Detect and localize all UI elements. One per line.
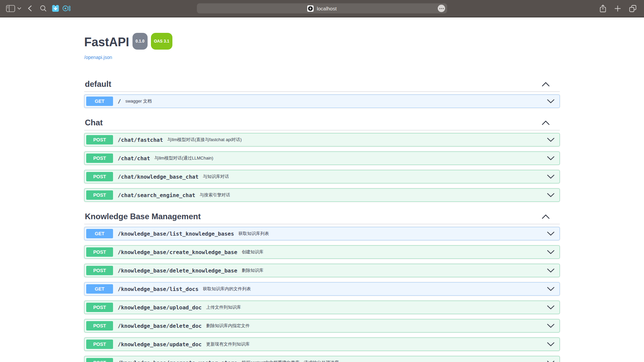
- chevron-down-icon[interactable]: [547, 232, 554, 236]
- operation-summary: 创建知识库: [241, 249, 263, 255]
- chevron-up-icon[interactable]: [542, 121, 550, 125]
- chevron-down-icon[interactable]: [547, 99, 554, 103]
- section-chat: Chat POST /chat/fastchat 与llm模型对话(直接与fas…: [84, 113, 560, 202]
- section-title: Chat: [85, 118, 103, 127]
- operation-summary: 删除知识库内指定文件: [206, 323, 250, 329]
- chevron-down-icon[interactable]: [547, 193, 554, 197]
- operation-path: /chat/knowledge_base_chat: [118, 174, 199, 180]
- section-knowledge-base: Knowledge Base Management GET /knowledge…: [84, 207, 560, 362]
- method-badge: GET: [86, 229, 113, 238]
- section-title: Knowledge Base Management: [85, 212, 201, 221]
- operation-row[interactable]: POST /knowledge_base/recreate_vector_sto…: [84, 356, 560, 362]
- openapi-json-link[interactable]: /openapi.json: [84, 55, 112, 60]
- method-badge: POST: [86, 321, 113, 330]
- chevron-down-icon[interactable]: [547, 361, 554, 362]
- chevron-down-icon[interactable]: [547, 305, 554, 309]
- operation-summary: 上传文件到知识库: [206, 304, 241, 310]
- operation-summary: 与搜索引擎对话: [200, 192, 230, 198]
- chevron-down-icon[interactable]: [547, 287, 554, 291]
- tab-overview-icon[interactable]: [629, 5, 637, 12]
- operation-summary: 与llm模型对话(通过LLMChain): [154, 155, 213, 161]
- operation-path: /knowledge_base/list_docs: [118, 286, 199, 292]
- share-icon[interactable]: [599, 4, 606, 13]
- method-badge: POST: [86, 303, 113, 312]
- chevron-down-icon[interactable]: [547, 342, 554, 346]
- operation-row[interactable]: POST /knowledge_base/upload_doc 上传文件到知识库: [84, 301, 560, 314]
- operation-row[interactable]: POST /knowledge_base/create_knowledge_ba…: [84, 245, 560, 259]
- operation-row[interactable]: POST /chat/knowledge_base_chat 与知识库对话: [84, 170, 560, 183]
- swagger-page: FastAPI0.1.0OAS 3.1 /openapi.json defaul…: [84, 17, 560, 362]
- operation-path: /knowledge_base/recreate_vector_store: [118, 360, 237, 362]
- chevron-up-icon[interactable]: [542, 82, 550, 86]
- sidebar-chevron-icon[interactable]: [17, 7, 21, 10]
- operation-summary: 获取知识库列表: [238, 231, 269, 237]
- method-badge: POST: [86, 266, 113, 275]
- operation-path: /chat/fastchat: [118, 137, 163, 143]
- chevron-up-icon[interactable]: [542, 215, 550, 219]
- operation-row[interactable]: POST /chat/fastchat 与llm模型对话(直接与fastchat…: [84, 133, 560, 146]
- operation-row[interactable]: POST /chat/chat 与llm模型对话(通过LLMChain): [84, 152, 560, 165]
- chevron-down-icon[interactable]: [547, 175, 554, 179]
- extension-save-icon[interactable]: [52, 5, 59, 12]
- operation-path: /knowledge_base/create_knowledge_base: [118, 249, 237, 255]
- fastapi-favicon: [307, 5, 314, 12]
- search-icon[interactable]: [40, 5, 47, 12]
- oas-badge: OAS 3.1: [151, 33, 172, 50]
- extension-live-icon[interactable]: [62, 5, 70, 12]
- back-icon[interactable]: [28, 5, 32, 11]
- section-title: default: [85, 79, 111, 89]
- operation-path: /chat/search_engine_chat: [118, 192, 195, 198]
- sidebar-toggle-icon[interactable]: [6, 5, 15, 12]
- method-badge: POST: [86, 358, 113, 362]
- operation-row[interactable]: POST /knowledge_base/update_doc 更新现有文件到知…: [84, 338, 560, 351]
- page-title: FastAPI0.1.0OAS 3.1: [84, 35, 560, 53]
- method-badge: POST: [86, 135, 113, 144]
- chevron-down-icon[interactable]: [547, 156, 554, 160]
- method-badge: POST: [86, 154, 113, 163]
- operation-summary: 与llm模型对话(直接与fastchat api对话): [167, 137, 242, 143]
- method-badge: GET: [86, 97, 113, 106]
- chevron-down-icon[interactable]: [547, 138, 554, 142]
- api-title-text: FastAPI: [84, 35, 129, 49]
- url-text: localhost: [317, 6, 336, 11]
- operation-summary: 根据content中文档重建向量库，流式输出处理进度。: [241, 360, 343, 362]
- method-badge: POST: [86, 190, 113, 200]
- operation-path: /knowledge_base/list_knowledge_bases: [118, 231, 234, 237]
- version-badge: 0.1.0: [132, 33, 148, 50]
- operation-summary: swagger 文档: [125, 98, 152, 104]
- info-block: FastAPI0.1.0OAS 3.1 /openapi.json: [84, 35, 560, 60]
- operation-row[interactable]: POST /knowledge_base/delete_knowledge_ba…: [84, 264, 560, 277]
- chevron-down-icon[interactable]: [547, 250, 554, 254]
- section-default: default GET / swagger 文档: [84, 74, 560, 108]
- method-badge: POST: [86, 172, 113, 181]
- section-header-chat[interactable]: Chat: [84, 113, 560, 130]
- page-settings-button[interactable]: [438, 5, 445, 12]
- new-tab-icon[interactable]: [614, 5, 621, 12]
- section-header-default[interactable]: default: [84, 74, 560, 92]
- operation-summary: 删除知识库: [241, 267, 263, 274]
- operation-row[interactable]: GET /knowledge_base/list_knowledge_bases…: [84, 227, 560, 240]
- operation-row[interactable]: POST /knowledge_base/delete_doc 删除知识库内指定…: [84, 319, 560, 333]
- operation-path: /: [118, 98, 121, 105]
- operation-path: /knowledge_base/upload_doc: [118, 304, 202, 311]
- operation-summary: 与知识库对话: [203, 174, 229, 180]
- address-bar[interactable]: localhost: [197, 3, 447, 13]
- browser-toolbar: localhost: [0, 0, 644, 17]
- operation-row[interactable]: GET /knowledge_base/list_docs 获取知识库内的文件列…: [84, 282, 560, 296]
- operation-path: /knowledge_base/delete_knowledge_base: [118, 267, 237, 274]
- operation-row[interactable]: GET / swagger 文档: [84, 95, 560, 108]
- operation-summary: 获取知识库内的文件列表: [203, 286, 251, 292]
- method-badge: GET: [86, 284, 113, 294]
- method-badge: POST: [86, 340, 113, 349]
- chevron-down-icon[interactable]: [547, 324, 554, 328]
- operation-path: /knowledge_base/update_doc: [118, 341, 202, 348]
- operation-path: /knowledge_base/delete_doc: [118, 323, 202, 329]
- section-header-knowledge-base[interactable]: Knowledge Base Management: [84, 207, 560, 224]
- operation-path: /chat/chat: [118, 155, 150, 162]
- operation-row[interactable]: POST /chat/search_engine_chat 与搜索引擎对话: [84, 188, 560, 202]
- chevron-down-icon[interactable]: [547, 268, 554, 273]
- operation-summary: 更新现有文件到知识库: [206, 341, 250, 347]
- method-badge: POST: [86, 247, 113, 257]
